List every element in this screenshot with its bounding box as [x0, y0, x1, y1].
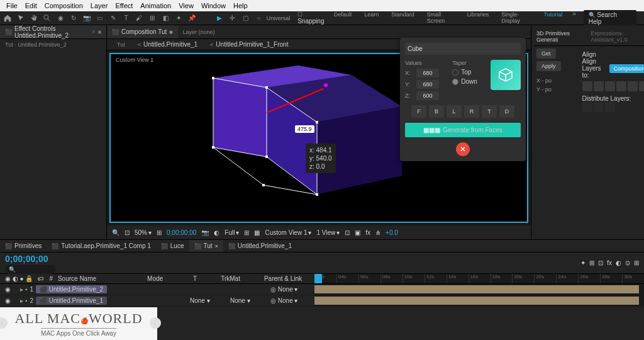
tl-ctrl-icon[interactable]: ⊞ — [589, 259, 594, 266]
effect-controls-tab[interactable]: ⬛ Effect Controls Untitled.Primitive_2 ×… — [0, 25, 106, 38]
exposure[interactable]: +0.0 — [386, 229, 398, 236]
ws-small[interactable]: Small Screen — [425, 10, 457, 26]
snapping-label[interactable]: Snapping — [297, 18, 324, 25]
select-tool-icon[interactable] — [16, 13, 26, 24]
subtab-front[interactable]: < Untitled.Primitive_1_Front — [205, 40, 293, 49]
resolution[interactable]: Full ▾ — [225, 229, 239, 236]
btn-t[interactable]: T — [482, 105, 497, 118]
taper-top[interactable]: Top — [452, 69, 477, 76]
tab-expressions[interactable]: Expressions-Assistant_v1.0 — [588, 28, 644, 45]
rect-icon[interactable]: ▢ — [240, 13, 251, 24]
ws-libraries[interactable]: Libraries — [465, 10, 492, 26]
tl-tab-prim1[interactable]: ⬛ Untitled.Primitive_1 — [223, 240, 297, 252]
mask-icon[interactable]: ▣ — [355, 229, 360, 236]
align-hcenter-icon[interactable] — [594, 81, 604, 91]
snapshot-icon[interactable]: 📷 — [201, 229, 209, 236]
composition-tab[interactable]: ⬛ Composition Tut ≡ — [107, 25, 178, 38]
rotate-tool-icon[interactable]: ↻ — [68, 13, 79, 24]
puppet-tool-icon[interactable]: 📌 — [186, 13, 197, 24]
move-icon[interactable]: ▶ — [214, 13, 225, 24]
ws-tutorial[interactable]: Tutorial — [541, 10, 565, 26]
orbit-tool-icon[interactable]: ◉ — [55, 13, 66, 24]
menu-file[interactable]: File — [3, 2, 21, 9]
camera-tool-icon[interactable]: 📷 — [81, 13, 92, 24]
zoom-tool-icon[interactable] — [42, 13, 53, 24]
align-vcenter-icon[interactable] — [628, 81, 638, 91]
generate-button[interactable]: ▦▦▦ Generate from Faces — [405, 123, 521, 137]
layer-name[interactable]: ⬛ Untitled.Primitive_1 — [36, 297, 107, 305]
table-row[interactable]: ◉ ▸ ▪ 1 ⬛ Untitled.Primitive_2 ◎ None ▾ — [0, 284, 644, 295]
view-select[interactable]: Custom View 1 ▾ — [265, 229, 311, 236]
timeline-time[interactable]: 0;00;00;00 — [5, 254, 309, 264]
subtab-tut[interactable]: Tut — [112, 40, 130, 49]
tab-3d-primitives[interactable]: 3D Primitives Generati — [534, 28, 588, 45]
views-count[interactable]: 1 View ▾ — [316, 229, 340, 236]
subtab-prim1[interactable]: < Untitled.Primitive_1 — [133, 40, 203, 49]
btn-d[interactable]: D — [499, 105, 514, 118]
tl-ctrl-icon[interactable]: ✦ — [580, 259, 586, 266]
pan-tool-icon[interactable]: ▭ — [94, 13, 105, 24]
tl-tab-comp1[interactable]: ⬛ Tutorial.aep.Primitive_1 Comp 1 — [47, 240, 155, 252]
align-right-icon[interactable] — [605, 81, 615, 91]
tl-ctrl-icon[interactable]: ⊞ — [634, 259, 639, 266]
btn-f[interactable]: F — [411, 105, 426, 118]
menu-edit[interactable]: Edit — [21, 2, 41, 9]
taper-down[interactable]: Down — [452, 78, 477, 85]
get-button[interactable]: Get — [536, 48, 556, 59]
timeline-search[interactable]: 🔍 — [5, 265, 55, 274]
layer-name[interactable]: ⬛ Untitled.Primitive_2 — [36, 285, 107, 293]
input-y[interactable] — [416, 80, 439, 89]
tl-tab-luce[interactable]: ⬛ Luce — [156, 240, 189, 252]
eraser-tool-icon[interactable]: ◧ — [160, 13, 171, 24]
menu-composition[interactable]: Composition — [41, 2, 87, 9]
grid-icon[interactable]: ⊞ — [244, 229, 249, 236]
menu-view[interactable]: View — [175, 2, 197, 9]
tl-tab-tut[interactable]: ⬛ Tut × — [189, 240, 223, 252]
menu-window[interactable]: Window — [197, 2, 230, 9]
align-top-icon[interactable] — [616, 81, 626, 91]
ws-standard[interactable]: Standard — [389, 10, 417, 26]
fx-icon[interactable]: fx — [365, 229, 370, 236]
fit-icon[interactable]: ⊡ — [125, 229, 130, 236]
tl-ctrl-icon[interactable]: ⊡ — [598, 259, 603, 266]
roto-tool-icon[interactable]: ✦ — [174, 13, 184, 24]
btn-l[interactable]: L — [447, 105, 462, 118]
clone-tool-icon[interactable]: ⊞ — [147, 13, 158, 24]
chevron-left-icon[interactable]: ‹ — [0, 317, 8, 329]
hand-tool-icon[interactable] — [29, 13, 40, 24]
home-icon[interactable] — [3, 13, 13, 24]
search-help[interactable]: 🔍 Search Help — [584, 10, 636, 26]
tl-ctrl-icon[interactable]: fx — [607, 259, 612, 266]
align-target[interactable]: Composition — [609, 64, 644, 73]
tl-tab-primitives[interactable]: ⬛ Primitives — [0, 240, 47, 252]
time-display[interactable]: 0;00;00;00 — [167, 229, 196, 236]
anchor-icon[interactable]: ✢ — [227, 13, 238, 24]
close-popup-button[interactable]: ✕ — [456, 142, 470, 156]
circle-icon[interactable]: ○ — [253, 13, 264, 24]
alpha-icon[interactable]: ◐ — [214, 229, 219, 236]
res-toggle-icon[interactable]: ⊞ — [157, 229, 162, 236]
btn-r[interactable]: R — [464, 105, 479, 118]
zoom-value[interactable]: 50% ▾ — [135, 229, 152, 236]
input-z[interactable] — [416, 91, 439, 100]
chevron-right-icon[interactable]: › — [150, 317, 161, 329]
ws-default[interactable]: Default — [331, 10, 355, 26]
table-row[interactable]: ◉ ▸ ▪ 2 ⬛ Untitled.Primitive_1 None ▾ No… — [0, 295, 644, 307]
apply-button[interactable]: Apply — [536, 61, 561, 71]
menu-help[interactable]: Help — [230, 2, 252, 9]
close-icon[interactable]: × — [92, 28, 96, 35]
btn-b[interactable]: B — [429, 105, 444, 118]
tl-ctrl-icon[interactable]: ⊙ — [625, 259, 630, 266]
timeline-ruler[interactable]: 02s 04s 06s 08s 10s 12s 14s 16s 18s 20s … — [314, 274, 644, 283]
tl-ctrl-icon[interactable]: ◐ — [616, 259, 621, 266]
guides-icon[interactable]: ▦ — [254, 229, 260, 236]
align-left-icon[interactable] — [582, 81, 592, 91]
input-x[interactable] — [416, 69, 439, 77]
ws-learn[interactable]: Learn — [362, 10, 381, 26]
ws-single[interactable]: Single-Display — [499, 10, 533, 26]
text-tool-icon[interactable]: T — [121, 13, 131, 24]
menu-layer[interactable]: Layer — [87, 2, 112, 9]
share-icon[interactable]: ⋔ — [375, 229, 380, 236]
pen-tool-icon[interactable]: ✎ — [108, 13, 118, 24]
menu-effect[interactable]: Effect — [111, 2, 136, 9]
